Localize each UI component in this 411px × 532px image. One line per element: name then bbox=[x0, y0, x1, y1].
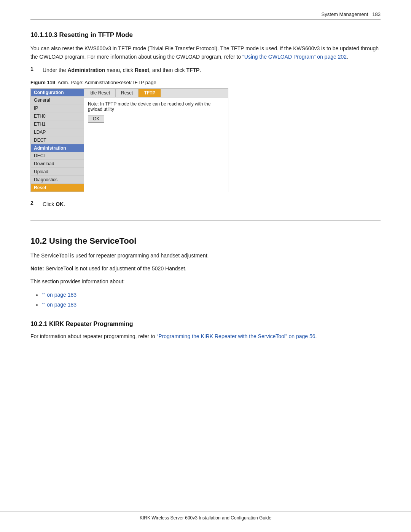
section-10-2: 10.2 Using the ServiceTool The ServiceTo… bbox=[30, 236, 381, 309]
content-body: Note: In TFTP mode the device can be rea… bbox=[84, 97, 228, 126]
note-block: Note: ServiceTool is not used for adjust… bbox=[30, 264, 381, 273]
step-1-number: 1 bbox=[30, 66, 37, 72]
section-10-2-heading: 10.2 Using the ServiceTool bbox=[30, 236, 381, 246]
header-title: System Management 183 bbox=[322, 11, 381, 17]
gwload-link[interactable]: “Using the GWLOAD Program” on page 202 bbox=[242, 54, 347, 60]
list-item-1: “” on page 183 bbox=[42, 291, 381, 299]
sidebar-item-reset[interactable]: Reset bbox=[31, 184, 84, 192]
step-1-bold1: Administration bbox=[67, 67, 105, 73]
step-2-text: Click OK. bbox=[43, 200, 65, 208]
sidebar-admin-header: Administration bbox=[31, 144, 84, 152]
link-page-183-2[interactable]: “” on page 183 bbox=[42, 302, 76, 308]
sidebar-config-header: Configuration bbox=[31, 89, 84, 96]
tab-idle-reset[interactable]: Idle Reset bbox=[84, 89, 116, 97]
page-header: System Management 183 bbox=[30, 11, 381, 20]
sidebar-item-general[interactable]: General bbox=[31, 96, 84, 104]
repeater-link[interactable]: “Programming the KIRK Repeater with the … bbox=[157, 333, 315, 339]
footer-text: KIRK Wireless Server 600v3 Installation … bbox=[140, 515, 271, 521]
sidebar-item-ldap[interactable]: LDAP bbox=[31, 128, 84, 136]
sidebar-item-dect-admin[interactable]: DECT bbox=[31, 152, 84, 160]
step-1: 1 Under the Administration menu, click R… bbox=[30, 66, 381, 74]
step-2-number: 2 bbox=[30, 200, 37, 206]
tab-tftp[interactable]: TFTP bbox=[139, 89, 161, 97]
section-10-1-10-3-heading: 10.1.10.3 Resetting in TFTP Mode bbox=[30, 31, 381, 39]
section-10-2-1-body: For information about repeater programmi… bbox=[30, 332, 381, 340]
figure-label: Figure 119 bbox=[30, 80, 55, 85]
section-10-2-body1: The ServiceTool is used for repeater pro… bbox=[30, 251, 381, 260]
sidebar-item-dect-config[interactable]: DECT bbox=[31, 136, 84, 144]
section-10-2-1-heading: 10.2.1 KIRK Repeater Programming bbox=[30, 321, 381, 328]
admin-content: Idle Reset Reset TFTP Note: In TFTP mode… bbox=[84, 89, 228, 192]
sidebar-item-eth0[interactable]: ETH0 bbox=[31, 112, 84, 120]
admin-sidebar: Configuration General IP ETH0 ETH1 LDAP … bbox=[31, 89, 84, 192]
figure-caption-text: Adm. Page: Administration/Reset/TFTP pag… bbox=[58, 80, 156, 85]
step-2-bold: OK bbox=[56, 201, 64, 207]
sidebar-item-eth1[interactable]: ETH1 bbox=[31, 120, 84, 128]
sidebar-item-download[interactable]: Download bbox=[31, 160, 84, 168]
section-10-1-10-3: 10.1.10.3 Resetting in TFTP Mode You can… bbox=[30, 31, 381, 209]
note-label: Note: bbox=[30, 265, 44, 272]
section-body-1: You can also reset the KWS600v3 in TFTP … bbox=[30, 44, 381, 61]
note-content: ServiceTool is not used for adjustment o… bbox=[44, 265, 186, 272]
tabs-bar: Idle Reset Reset TFTP bbox=[84, 89, 228, 97]
figure-caption: Figure 119 Adm. Page: Administration/Res… bbox=[30, 80, 381, 85]
sidebar-item-upload[interactable]: Upload bbox=[31, 168, 84, 176]
header-page-number: 183 bbox=[372, 11, 381, 17]
admin-ui: Configuration General IP ETH0 ETH1 LDAP … bbox=[30, 88, 228, 192]
section-divider bbox=[30, 220, 381, 221]
list-item-2: “” on page 183 bbox=[42, 300, 381, 309]
tab-reset[interactable]: Reset bbox=[116, 89, 139, 97]
step-1-bold2: Reset bbox=[135, 67, 149, 73]
sidebar-item-diagnostics[interactable]: Diagnostics bbox=[31, 176, 84, 184]
tftp-note: Note: In TFTP mode the device can be rea… bbox=[88, 101, 224, 112]
step-1-bold3: TFTP bbox=[186, 67, 199, 73]
link-page-183-1[interactable]: “” on page 183 bbox=[42, 292, 76, 298]
page-container: System Management 183 10.1.10.3 Resettin… bbox=[0, 0, 411, 368]
step-2: 2 Click OK. bbox=[30, 200, 381, 208]
section-10-2-body2: This section provides information about: bbox=[30, 277, 381, 286]
ok-button-ui[interactable]: OK bbox=[88, 115, 104, 123]
bullet-list: “” on page 183 “” on page 183 bbox=[42, 291, 381, 309]
step-1-text: Under the Administration menu, click Res… bbox=[43, 66, 201, 74]
section-10-2-1: 10.2.1 KIRK Repeater Programming For inf… bbox=[30, 321, 381, 340]
sidebar-item-ip[interactable]: IP bbox=[31, 104, 84, 112]
page-footer: KIRK Wireless Server 600v3 Installation … bbox=[0, 511, 411, 521]
header-title-text: System Management bbox=[322, 11, 368, 17]
